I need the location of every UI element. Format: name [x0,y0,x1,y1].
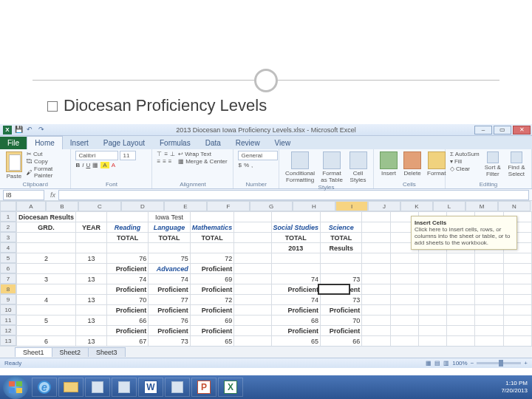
row-header-1[interactable]: 1 [0,211,16,222]
cell[interactable] [390,295,418,305]
sheet-tab-3[interactable]: Sheet3 [88,347,126,357]
cell[interactable] [76,305,107,316]
cell[interactable] [503,264,531,274]
cell[interactable]: TOTAL [321,233,362,243]
taskbar-ie[interactable] [32,378,57,397]
col-header-M[interactable]: M [466,201,498,211]
cell[interactable] [475,316,503,326]
zoom-in-button[interactable]: + [524,360,528,366]
cell[interactable] [321,253,362,264]
cell[interactable] [475,284,503,295]
cell[interactable] [390,253,418,264]
cell[interactable] [234,295,271,305]
cell[interactable] [418,253,446,264]
row-header-8[interactable]: 8 [0,284,16,294]
cell[interactable]: 77 [149,295,191,305]
align-right-button[interactable]: ≡ [168,158,172,165]
cell[interactable]: 66 [106,316,148,326]
cell[interactable] [475,326,503,336]
excel-app-icon[interactable]: X [3,126,12,134]
conditional-formatting-button[interactable]: Conditional Formatting [284,151,316,184]
cell[interactable] [271,253,321,264]
cell[interactable] [234,233,271,243]
cell[interactable] [362,253,390,264]
col-header-G[interactable]: G [250,201,293,211]
cell[interactable] [447,253,475,264]
cell[interactable]: Proficient [190,284,234,295]
view-break-icon[interactable]: ▥ [443,360,449,366]
col-header-C[interactable]: C [78,201,121,211]
cell[interactable]: 69 [190,274,234,284]
cell[interactable]: 74 [271,274,321,284]
cell[interactable]: 73 [321,295,362,305]
taskbar-app1[interactable] [85,378,110,397]
cell[interactable] [271,264,321,274]
cell[interactable] [390,274,418,284]
cell[interactable]: 13 [76,295,107,305]
cell[interactable]: Proficient [106,264,148,274]
cell[interactable] [76,326,107,336]
row-header-7[interactable]: 7 [0,273,16,284]
insert-cells-button[interactable]: Insert [378,151,399,177]
cell[interactable]: 70 [106,295,148,305]
col-header-L[interactable]: L [433,201,466,211]
cell[interactable] [362,336,390,347]
number-format-select[interactable]: General [238,151,278,160]
align-mid-button[interactable]: ≡ [164,151,168,157]
cell[interactable]: Proficient [271,326,321,336]
cell[interactable] [447,295,475,305]
maximize-button[interactable]: ▭ [494,126,511,134]
cell[interactable] [234,274,271,284]
cell[interactable]: 76 [149,316,191,326]
cell[interactable] [418,316,446,326]
cell[interactable] [390,336,418,347]
cell[interactable] [76,284,107,295]
cell[interactable] [362,233,390,243]
tab-review[interactable]: Review [228,137,267,149]
cell[interactable] [447,316,475,326]
cell[interactable]: 74 [271,295,321,305]
row-header-6[interactable]: 6 [0,263,16,273]
cell[interactable]: TOTAL [106,233,148,243]
cell[interactable] [418,274,446,284]
cell[interactable] [418,284,446,295]
minimize-button[interactable]: – [474,126,492,134]
currency-button[interactable]: $ [238,162,241,168]
cell[interactable]: 67 [106,336,148,347]
cell[interactable]: GRD. [17,222,76,233]
cell[interactable]: Proficient [190,264,234,274]
underline-button[interactable]: U [86,162,91,168]
col-header-F[interactable]: F [207,201,250,211]
cell[interactable]: Advanced [149,264,191,274]
cell[interactable] [362,222,390,233]
cell[interactable] [17,326,76,336]
cell[interactable]: TOTAL [190,233,234,243]
cell[interactable] [447,305,475,316]
start-button[interactable] [3,375,28,399]
col-header-N[interactable]: N [498,201,531,211]
cell[interactable]: 13 [76,274,107,284]
cell[interactable] [503,295,531,305]
cell[interactable] [234,264,271,274]
cell[interactable] [321,212,362,222]
row-header-5[interactable]: 5 [0,253,16,263]
column-headers[interactable]: ABCDEFGHIJKLMN [0,201,532,211]
cell[interactable]: 5 [17,316,76,326]
cell[interactable]: Proficient [190,305,234,316]
align-center-button[interactable]: ≡ [163,158,166,165]
save-icon[interactable]: 💾 [15,126,24,134]
cell[interactable]: Proficient [321,284,362,295]
cell[interactable] [234,212,271,222]
cell[interactable] [362,326,390,336]
cell[interactable] [362,264,390,274]
cell[interactable] [475,264,503,274]
format-painter-button[interactable]: 🖌 Format Painter [27,166,66,179]
taskbar-word[interactable]: W [138,378,163,397]
row-header-2[interactable]: 2 [0,222,16,232]
cell[interactable] [76,243,107,253]
border-button[interactable]: ▦ [92,162,98,168]
font-size-select[interactable]: 11 [120,151,136,160]
cell[interactable]: Results [321,243,362,253]
cell[interactable] [390,284,418,295]
cell[interactable] [418,336,446,347]
